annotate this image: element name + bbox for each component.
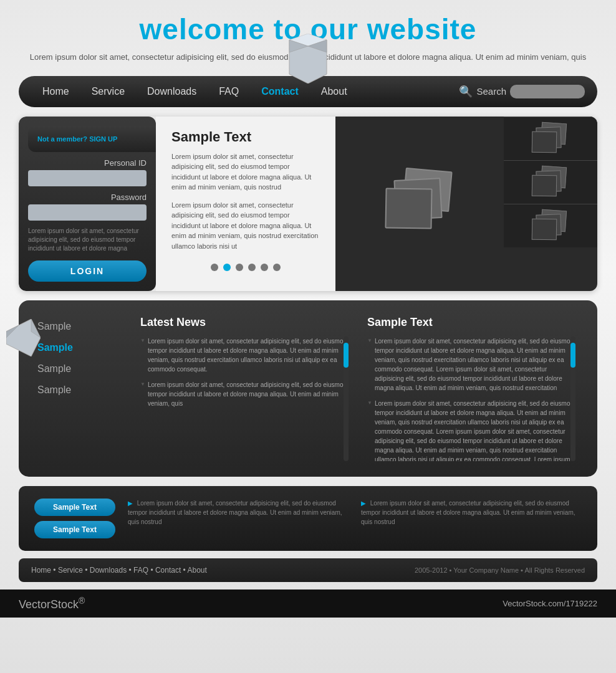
footer-nav: Home • Service • Downloads • FAQ • Conta…: [19, 558, 597, 582]
search-label: Search: [476, 86, 506, 97]
slider-para2: Lorem ipsum dolor sit amet, consectetur …: [171, 200, 320, 252]
scrollbar-track[interactable]: [344, 336, 349, 461]
dot-2[interactable]: [223, 264, 231, 271]
news-title: Latest News: [140, 316, 349, 329]
sample-item-0: Lorem ipsum dolor sit amet, consectetur …: [367, 336, 575, 393]
thumb-item: [532, 219, 557, 241]
left-origami: [6, 319, 41, 359]
svg-marker-4: [6, 319, 41, 356]
nav-about[interactable]: About: [310, 86, 359, 97]
dot-5[interactable]: [261, 264, 268, 271]
cta-buttons: Sample Text Sample Text: [34, 499, 115, 538]
news-scrollable[interactable]: Lorem ipsum dolor sit amet, consectetur …: [140, 336, 349, 461]
sidebar-link-3[interactable]: Sample: [31, 379, 125, 401]
news-column: Latest News Lorem ipsum dolor sit amet, …: [131, 316, 358, 461]
personal-id-label: Personal ID: [28, 158, 147, 168]
thumb-3[interactable]: [504, 204, 597, 247]
dot-1[interactable]: [211, 264, 218, 271]
dot-4[interactable]: [248, 264, 256, 271]
dot-3[interactable]: [236, 264, 243, 271]
signup-link[interactable]: SIGN UP: [89, 135, 117, 143]
footer-home[interactable]: Home: [31, 566, 51, 575]
scrollbar-track-2[interactable]: [570, 336, 575, 461]
nav-home[interactable]: Home: [31, 86, 80, 97]
nav-service[interactable]: Service: [80, 86, 136, 97]
login-panel: Not a member? SIGN UP Personal ID Passwo…: [19, 117, 156, 291]
slider-dots: [171, 264, 320, 271]
main-image-area: [335, 117, 504, 291]
main-content-area: Not a member? SIGN UP Personal ID Passwo…: [19, 117, 597, 291]
footer-service[interactable]: Service: [58, 566, 83, 575]
dot-6[interactable]: [273, 264, 281, 271]
thumb-1[interactable]: [504, 117, 597, 160]
footer-links: Home • Service • Downloads • FAQ • Conta…: [31, 566, 207, 575]
image-stack: [385, 169, 454, 238]
vs-logo: VectorStock®: [19, 596, 85, 611]
slider-content: Sample Text Lorem ipsum dolor sit amet, …: [156, 117, 335, 291]
nav-contact[interactable]: Contact: [250, 86, 310, 97]
dark-section: Sample Sample Sample Sample Latest News …: [19, 300, 597, 477]
footer-about[interactable]: About: [188, 566, 207, 575]
sample-title: Sample Text: [367, 316, 575, 329]
cta-arrow-1: ▶: [128, 500, 133, 507]
vectorstock-bar: VectorStock® VectorStock.com/1719222: [0, 589, 616, 618]
password-input[interactable]: [28, 204, 147, 221]
sidebar-link-1[interactable]: Sample: [31, 337, 125, 358]
news-item-0: Lorem ipsum dolor sit amet, consectetur …: [140, 336, 349, 374]
vs-url: VectorStock.com/1719222: [503, 599, 597, 608]
footer-contact[interactable]: Contact: [155, 566, 181, 575]
nav-faq[interactable]: FAQ: [208, 86, 250, 97]
cta-text-1: ▶ Lorem ipsum dolor sit amet, consectetu…: [128, 499, 349, 527]
thumb-item: [532, 175, 557, 197]
contact-origami: [286, 34, 330, 86]
footer-copyright: 2005-2012 • Your Company Name • All Righ…: [415, 566, 585, 574]
sample-scrollable[interactable]: Lorem ipsum dolor sit amet, consectetur …: [367, 336, 575, 461]
cta-arrow-2: ▶: [361, 500, 366, 507]
sidebar-link-2[interactable]: Sample: [31, 358, 125, 379]
password-label: Password: [28, 193, 147, 202]
scrollbar-thumb[interactable]: [344, 343, 349, 368]
sample-item-1: Lorem ipsum dolor sit amet, consectetur …: [367, 399, 575, 461]
nav-downloads[interactable]: Downloads: [136, 86, 208, 97]
right-panel: [504, 117, 597, 291]
dark-sidebar: Sample Sample Sample Sample: [31, 316, 131, 461]
search-icon: 🔍: [459, 85, 473, 98]
news-item-1: Lorem ipsum dolor sit amet, consectetur …: [140, 380, 349, 408]
img-item-3: [385, 188, 432, 229]
slider-title: Sample Text: [171, 129, 320, 145]
thumb-item: [532, 131, 557, 153]
cta-text-2: ▶ Lorem ipsum dolor sit amet, consectetu…: [361, 499, 582, 527]
cta-btn-2[interactable]: Sample Text: [34, 521, 115, 538]
login-lorem: Lorem ipsum dolor sit amet, consectetur …: [28, 227, 147, 253]
login-button[interactable]: LOGIN: [28, 260, 147, 282]
nav-search: 🔍 Search: [459, 85, 585, 98]
cta-section: Sample Text Sample Text ▶ Lorem ipsum do…: [19, 486, 597, 551]
slider-para1: Lorem ipsum dolor sit amet, consectetur …: [171, 151, 320, 193]
scrollbar-thumb-2[interactable]: [570, 343, 575, 368]
search-input[interactable]: [510, 85, 585, 98]
personal-id-input[interactable]: [28, 170, 147, 186]
footer-downloads[interactable]: Downloads: [90, 566, 127, 575]
footer-faq[interactable]: FAQ: [133, 566, 148, 575]
navbar-wrap: Home Service Downloads FAQ Contact About…: [19, 76, 597, 107]
thumb-2[interactable]: [504, 160, 597, 204]
sample-column: Sample Text Lorem ipsum dolor sit amet, …: [358, 316, 585, 461]
cta-btn-1[interactable]: Sample Text: [34, 499, 115, 516]
signup-text: Not a member? SIGN UP: [28, 126, 165, 152]
sidebar-link-0[interactable]: Sample: [31, 316, 125, 337]
